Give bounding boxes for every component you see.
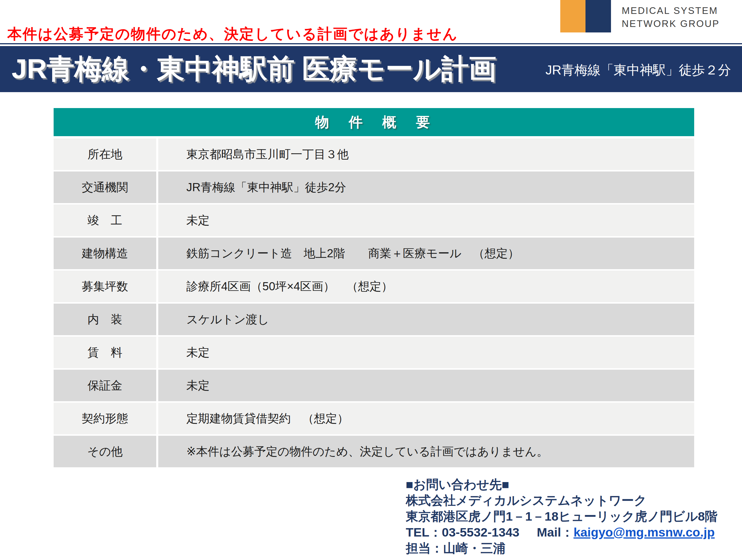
station-walk-subtitle: JR青梅線「東中神駅」徒歩２分 (545, 60, 742, 79)
row-label: 内 装 (54, 303, 156, 335)
table-row: 竣 工 未定 (54, 205, 694, 236)
table-row: 募集坪数 診療所4区画（50坪×4区画） （想定） (54, 271, 694, 302)
row-label: その他 (54, 436, 156, 467)
row-label: 賃 料 (54, 337, 156, 368)
logo-text: MEDICAL SYSTEM NETWORK GROUP (622, 4, 720, 30)
notice-text: 本件は公募予定の物件のため、決定している計画ではありません (7, 24, 458, 44)
row-value: 診療所4区画（50坪×4区画） （想定） (158, 271, 694, 302)
table-row: 契約形態 定期建物賃貸借契約 （想定） (54, 403, 694, 434)
logo-navy-mark-icon (585, 0, 611, 33)
row-label: 竣 工 (54, 205, 156, 236)
row-label: 契約形態 (54, 403, 156, 434)
row-value: 東京都昭島市玉川町一丁目３他 (158, 138, 694, 170)
contact-heading: ■お問い合わせ先■ (406, 477, 718, 493)
contact-mail-link[interactable]: kaigyo@mg.msnw.co.jp (574, 525, 715, 539)
table-row: 賃 料 未定 (54, 337, 694, 368)
table-row: 交通機関 JR青梅線「東中神駅」徒歩2分 (54, 171, 694, 203)
row-value: 定期建物賃貸借契約 （想定） (158, 403, 694, 434)
row-value: スケルトン渡し (158, 303, 694, 335)
table-title: 物 件 概 要 (54, 108, 694, 136)
logo-text-line1: MEDICAL SYSTEM (622, 4, 720, 17)
table-row: 保証金 未定 (54, 370, 694, 401)
contact-tel: TEL：03-5532-1343 (406, 525, 519, 539)
logo-orange-mark-icon (560, 0, 585, 33)
contact-block: ■お問い合わせ先■ 株式会社メディカルシステムネットワーク 東京都港区虎ノ門1－… (406, 477, 718, 556)
row-label: 建物構造 (54, 237, 156, 269)
row-value: 未定 (158, 205, 694, 236)
contact-mail-label: Mail： (537, 525, 574, 539)
contact-tel-mail-line: TEL：03-5532-1343Mail：kaigyo@mg.msnw.co.j… (406, 524, 718, 540)
row-label: 募集坪数 (54, 271, 156, 302)
top-divider-line (0, 43, 742, 44)
contact-staff: 担当：山崎・三浦 (406, 540, 718, 556)
row-value: 未定 (158, 370, 694, 401)
row-label: 交通機関 (54, 171, 156, 203)
contact-address: 東京都港区虎ノ門1－1－18ヒューリック虎ノ門ビル8階 (406, 508, 718, 524)
row-label: 保証金 (54, 370, 156, 401)
row-value: 鉄筋コンクリート造 地上2階 商業＋医療モール （想定） (158, 237, 694, 269)
row-value: 未定 (158, 337, 694, 368)
table-row: 建物構造 鉄筋コンクリート造 地上2階 商業＋医療モール （想定） (54, 237, 694, 269)
row-value: JR青梅線「東中神駅」徒歩2分 (158, 171, 694, 203)
contact-company: 株式会社メディカルシステムネットワーク (406, 493, 718, 508)
table-row: その他 ※本件は公募予定の物件のため、決定している計画ではありません。 (54, 436, 694, 467)
table-row: 所在地 東京都昭島市玉川町一丁目３他 (54, 138, 694, 170)
table-row: 内 装 スケルトン渡し (54, 303, 694, 335)
title-banner: JR青梅線・東中神駅前 医療モール計画 JR青梅線「東中神駅」徒歩２分 (0, 46, 742, 92)
property-overview-table: 物 件 概 要 所在地 東京都昭島市玉川町一丁目３他 交通機関 JR青梅線「東中… (54, 108, 694, 467)
page-title: JR青梅線・東中神駅前 医療モール計画 (0, 51, 496, 88)
logo-text-line2: NETWORK GROUP (622, 17, 720, 30)
row-value: ※本件は公募予定の物件のため、決定している計画ではありません。 (158, 436, 694, 467)
row-label: 所在地 (54, 138, 156, 170)
